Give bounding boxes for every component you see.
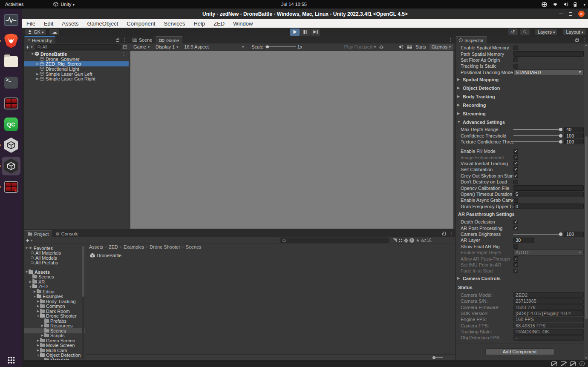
step-button[interactable]	[311, 29, 320, 36]
dock-item-terminator-2[interactable]	[2, 178, 20, 196]
checkbox[interactable]	[513, 220, 518, 224]
menu-file[interactable]: File	[22, 20, 40, 27]
tab-console[interactable]: ▤ Console	[52, 230, 82, 237]
scale-slider-knob[interactable]	[266, 46, 269, 49]
slider-knob[interactable]	[559, 134, 562, 138]
slider[interactable]	[513, 141, 562, 142]
folder-item[interactable]: ▶Editor	[24, 289, 85, 294]
value-field[interactable]: 40	[564, 127, 584, 132]
hierarchy-item[interactable]: Drone_Spawner	[24, 57, 129, 62]
status-muted-icon-2[interactable]	[561, 361, 566, 366]
inspector-scrollbar[interactable]: ▲ ▼	[584, 43, 588, 360]
app-menu[interactable]: Unity	[49, 2, 79, 7]
checkbox[interactable]	[513, 198, 518, 203]
lock-icon[interactable]	[116, 39, 119, 42]
checkbox[interactable]	[513, 46, 518, 50]
folder-item[interactable]: ▶Movie Screen	[24, 343, 85, 348]
dock-item-terminal[interactable]: >_	[2, 73, 20, 92]
hidden-count-toggle[interactable]: 16	[421, 238, 431, 243]
breadcrumb-item[interactable]: ZED	[109, 244, 118, 249]
search-options-icon[interactable]	[123, 45, 127, 49]
create-dropdown-caret[interactable]: ▾	[31, 238, 33, 242]
project-search-input[interactable]	[280, 238, 389, 243]
slider[interactable]	[513, 234, 562, 235]
packages-icon[interactable]	[398, 238, 403, 242]
slider[interactable]	[513, 135, 562, 136]
dock-item-system-monitor[interactable]	[2, 11, 20, 29]
tab-game[interactable]: Game	[156, 36, 182, 43]
folder-item[interactable]: ▶Scripts	[24, 333, 85, 338]
checkbox[interactable]	[513, 244, 518, 249]
account-dropdown[interactable]: GK	[25, 29, 46, 35]
dock-item-brave[interactable]	[2, 32, 20, 50]
play-button[interactable]	[290, 29, 300, 36]
folder-item[interactable]: ▼Object Detection	[24, 353, 85, 358]
kebab-menu-icon[interactable]: ⋮	[122, 52, 126, 56]
debug-bug-icon[interactable]	[379, 45, 383, 49]
folder-item[interactable]: ▼ZED	[24, 284, 85, 290]
scroll-down-icon[interactable]: ▼	[584, 357, 588, 359]
favorite-item[interactable]: All Prefabs	[24, 261, 85, 266]
hierarchy-item-scene[interactable]: ▼ DroneBattle ⋮	[24, 52, 129, 57]
scale-slider[interactable]: Scale 1x	[251, 44, 302, 49]
folder-item[interactable]: Scenes	[24, 275, 85, 280]
dock-item-terminator[interactable]	[2, 94, 20, 113]
dock-item-unity-hub[interactable]	[2, 136, 20, 155]
slider[interactable]	[513, 129, 562, 130]
text-field[interactable]: 0	[513, 204, 584, 209]
kebab-menu-icon[interactable]: ⋮	[123, 37, 127, 42]
value-field[interactable]: 100	[564, 133, 584, 138]
tab-scene[interactable]: Scene	[129, 36, 156, 43]
stats-button[interactable]: Stats	[415, 44, 426, 49]
scrollbar-thumb[interactable]	[585, 136, 588, 319]
scroll-up-icon[interactable]: ▲	[584, 44, 588, 46]
folder-item[interactable]: ▶Green Screen	[24, 338, 85, 343]
favorite-item[interactable]: All Materials	[24, 251, 85, 256]
breadcrumb-item[interactable]: Assets	[89, 244, 103, 249]
show-applications-button[interactable]	[8, 356, 15, 364]
foldout-body-tracking[interactable]: ▶ Body Tracking	[455, 92, 584, 101]
add-dropdown-caret[interactable]: ▾	[31, 45, 33, 49]
undo-history-button[interactable]: ↺	[508, 29, 518, 35]
hierarchy-item[interactable]: Directional Light	[24, 66, 129, 72]
menu-assets[interactable]: Assets	[58, 20, 83, 27]
checkbox[interactable]	[513, 64, 518, 69]
hierarchy-item-selected[interactable]: ▶ ZED_Rig_Stereo	[24, 61, 129, 66]
checkbox[interactable]	[513, 57, 518, 62]
gizmos-dropdown[interactable]: Gizmos ▾	[429, 44, 453, 50]
battery-icon[interactable]	[574, 2, 577, 7]
display-mode-dropdown[interactable]: Game ▾	[131, 44, 152, 50]
layers-dropdown[interactable]: Layers	[535, 29, 558, 35]
slider-knob[interactable]	[559, 140, 562, 143]
hierarchy-item[interactable]: ▶ Simple Laser Gun Left	[24, 72, 129, 77]
tab-hierarchy[interactable]: ≡ Hierarchy	[24, 36, 55, 43]
menu-edit[interactable]: Edit	[40, 20, 58, 27]
activities-button[interactable]: Activities	[0, 2, 29, 7]
favorites-icon[interactable]: ★	[416, 238, 420, 243]
foldout-streaming[interactable]: ▶ Streaming	[455, 109, 584, 118]
value-field[interactable]: 100	[564, 139, 584, 144]
breadcrumb-item[interactable]: Examples	[124, 244, 144, 249]
importance-icon[interactable]: !	[409, 238, 414, 243]
assets-root[interactable]: ▼ Assets	[24, 270, 85, 275]
hierarchy-item[interactable]: ▶ Simple Laser Gun Right	[24, 76, 129, 81]
status-check-icon[interactable]: ✓	[579, 361, 585, 366]
folder-item[interactable]: ▶Body Tracking	[24, 299, 85, 304]
minimize-button[interactable]	[559, 14, 563, 14]
cloud-button[interactable]: ☁	[49, 29, 60, 35]
tab-project[interactable]: Project	[24, 230, 52, 237]
foldout-advanced-settings[interactable]: ▼ Advanced Settings	[455, 118, 584, 126]
window-titlebar[interactable]: Unity - zedNew - DroneBattle - Windows, …	[22, 9, 588, 19]
lock-icon[interactable]	[442, 233, 446, 235]
folder-item[interactable]: ▶XR	[24, 279, 85, 284]
text-field[interactable]	[513, 185, 584, 191]
foldout-camera-controls[interactable]: ▶ Camera Controls	[455, 274, 584, 283]
clock[interactable]: Jul 14 10:55	[281, 2, 307, 7]
checkbox[interactable]	[513, 167, 518, 172]
play-focused-dropdown[interactable]: Play Focused ▾	[341, 44, 378, 50]
close-button[interactable]: ✕	[578, 11, 585, 17]
menu-component[interactable]: Component	[122, 20, 159, 27]
expand-arrow-icon[interactable]: ▶	[35, 62, 40, 66]
asset-item-scene[interactable]: DroneBattle	[90, 253, 455, 258]
folder-item[interactable]: ▶Resources	[24, 324, 85, 329]
